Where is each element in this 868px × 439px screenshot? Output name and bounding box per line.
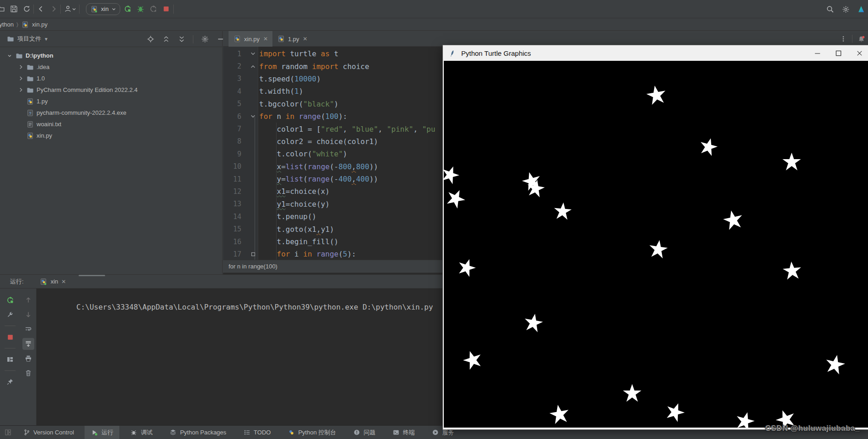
wrench-icon[interactable] <box>4 309 16 321</box>
status-tab-调试[interactable]: 调试 <box>124 426 159 439</box>
star <box>647 238 669 260</box>
status-tab-label: Python Packages <box>180 429 226 436</box>
search-icon[interactable] <box>826 5 834 13</box>
exe-file-icon: ? <box>26 109 34 117</box>
run-configuration-select[interactable]: xin <box>86 3 120 15</box>
tab-1-py[interactable]: 1.py ✕ <box>272 31 312 47</box>
fold-icon[interactable] <box>247 114 259 119</box>
layout-icon[interactable] <box>4 353 16 365</box>
line-number: 10 <box>223 162 247 171</box>
soft-wrap-icon[interactable] <box>22 323 34 335</box>
line-number: 2 <box>223 62 247 70</box>
status-tab-todo[interactable]: TODO <box>237 426 277 439</box>
forward-icon[interactable] <box>49 5 58 13</box>
tool-window-grid-icon[interactable] <box>4 428 12 437</box>
star <box>455 256 478 279</box>
breadcrumb-item-file[interactable]: xin.py <box>32 21 48 28</box>
locate-icon[interactable] <box>146 35 154 43</box>
status-tab-version-control[interactable]: Version Control <box>16 426 80 439</box>
divider <box>5 348 16 348</box>
close-icon[interactable]: ✕ <box>61 278 66 285</box>
folder-icon <box>15 52 23 60</box>
up-arrow-icon[interactable] <box>22 294 34 306</box>
tree-item-.idea[interactable]: .idea <box>0 61 222 73</box>
chevron-right-icon[interactable] <box>17 64 24 70</box>
tree-item-1.py[interactable]: 1.py <box>0 96 222 107</box>
maximize-button[interactable] <box>828 45 849 61</box>
line-number: 15 <box>223 225 247 233</box>
bell-notification-icon[interactable] <box>857 35 865 43</box>
status-tab-运行[interactable]: 运行 <box>85 426 119 439</box>
save-icon[interactable] <box>10 5 18 13</box>
tab-label: xin.py <box>244 36 260 43</box>
code-text: y1=choice(y) <box>259 200 330 209</box>
sync-icon[interactable] <box>22 5 31 13</box>
expand-all-icon[interactable] <box>177 35 186 43</box>
tree-item-xin.py[interactable]: xin.py <box>0 130 222 141</box>
kebab-menu-icon[interactable] <box>839 35 847 43</box>
packages-icon <box>169 428 177 437</box>
pin-icon[interactable] <box>4 376 16 388</box>
fold-icon[interactable] <box>247 252 259 257</box>
tab-xin-py[interactable]: xin.py ✕ <box>229 31 272 47</box>
tree-item-d-python[interactable]: D:\python <box>0 50 222 61</box>
down-arrow-icon[interactable] <box>22 309 34 321</box>
panel-resize-grip[interactable] <box>79 275 105 276</box>
breadcrumb-item-python[interactable]: python <box>0 21 14 28</box>
todo-list-icon <box>243 428 251 437</box>
fold-icon[interactable] <box>247 64 259 69</box>
divider <box>193 35 193 43</box>
back-icon[interactable] <box>37 5 45 13</box>
context-line-text[interactable]: for n in range(100) <box>229 263 277 270</box>
scroll-end-icon[interactable] <box>22 338 34 350</box>
open-icon[interactable] <box>0 5 5 13</box>
star <box>444 163 462 186</box>
tree-item-pycharm-community-edition-2022.2.4[interactable]: PyCharm Community Edition 2022.2.4 <box>0 84 222 96</box>
turtle-window[interactable]: Python Turtle Graphics <box>443 45 868 429</box>
star <box>663 400 687 424</box>
close-icon[interactable]: ✕ <box>263 36 268 42</box>
stop-red-icon[interactable] <box>4 331 16 343</box>
gear-icon[interactable] <box>841 5 850 13</box>
folder-icon <box>26 86 34 94</box>
star <box>733 409 756 428</box>
status-tab-python-packages[interactable]: Python Packages <box>163 426 232 439</box>
trash-icon[interactable] <box>22 367 34 379</box>
turtle-window-title-bar[interactable]: Python Turtle Graphics <box>443 45 868 61</box>
run-tab-xin[interactable]: xin ✕ <box>39 278 66 286</box>
star <box>525 178 546 199</box>
status-tab-终端[interactable]: 终端 <box>386 426 421 439</box>
star <box>461 348 485 372</box>
play-green-dot-icon <box>91 428 99 437</box>
tree-item-pycharm-community-2022.2.4.exe[interactable]: ?pycharm-community-2022.2.4.exe <box>0 107 222 118</box>
chevron-right-icon[interactable] <box>17 76 24 81</box>
collapse-all-icon[interactable] <box>162 35 170 43</box>
tree-item-1.0[interactable]: 1.0 <box>0 73 222 84</box>
status-tab-python-控制台[interactable]: Python 控制台 <box>281 426 342 439</box>
divider <box>5 370 16 371</box>
debug-button[interactable] <box>137 5 145 13</box>
printer-icon[interactable] <box>22 353 34 364</box>
star <box>721 208 745 232</box>
minimize-button[interactable] <box>807 45 828 61</box>
close-icon[interactable]: ✕ <box>303 36 308 42</box>
coverage-button[interactable] <box>149 5 158 13</box>
gear-icon[interactable] <box>201 35 209 43</box>
fold-icon[interactable] <box>247 51 259 56</box>
tree-item-label: xin.py <box>37 132 52 139</box>
toolbar-divider <box>33 5 34 14</box>
close-button[interactable] <box>849 45 868 61</box>
chevron-right-icon[interactable] <box>17 87 24 92</box>
terminal-icon <box>392 428 400 437</box>
rerun-green-icon[interactable] <box>4 294 16 306</box>
status-tab-问题[interactable]: 问题 <box>347 426 382 439</box>
tree-item-woaini.txt[interactable]: woaini.txt <box>0 118 222 130</box>
folder-icon <box>26 63 34 71</box>
stop-button[interactable] <box>162 5 170 13</box>
chevron-down-icon[interactable] <box>6 54 13 58</box>
chevron-down-icon[interactable]: ▼ <box>44 37 48 42</box>
user-icon[interactable] <box>64 5 72 13</box>
project-panel-title[interactable]: 项目文件 <box>17 35 41 43</box>
run-button[interactable] <box>124 5 132 13</box>
ide-logo-icon[interactable] <box>857 5 865 13</box>
